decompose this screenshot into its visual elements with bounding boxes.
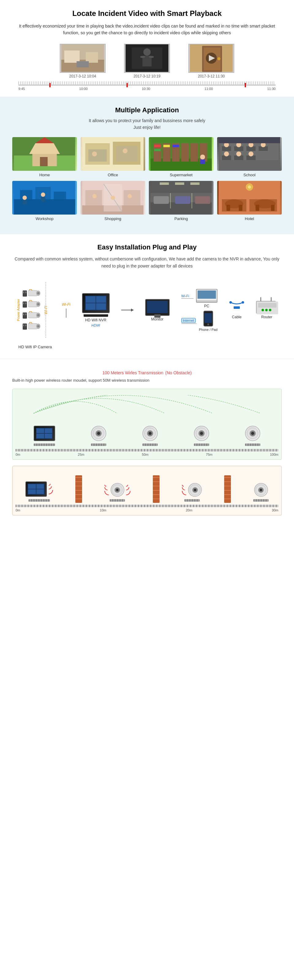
trans-cam-100-ground <box>245 444 260 446</box>
nvr-screen-inner <box>85 296 107 310</box>
cameras-label-below: HD Wifi IP Camera <box>12 344 282 350</box>
svg-point-107 <box>37 292 40 294</box>
svg-rect-111 <box>28 312 37 318</box>
obs-cam-10-arcs-right <box>126 485 131 495</box>
svg-rect-122 <box>197 300 217 302</box>
trans-title-note: (No Obstacle) <box>165 370 192 375</box>
svg-rect-28 <box>116 146 137 162</box>
tl-label-1: 10:00 <box>79 87 88 91</box>
trans-cam-50-svg <box>144 427 156 439</box>
open-label-50: 50m <box>142 453 148 457</box>
monitor-device-group: Monitor <box>145 299 170 321</box>
thumb-label-2: 2017-3-12 10:19 <box>134 74 160 78</box>
svg-point-61 <box>249 151 254 156</box>
internet-label-group: Internet <box>181 318 197 324</box>
thumb-img-3 <box>189 44 234 73</box>
obs-cam-30-svg <box>255 484 267 496</box>
apps-title: Multiple Application <box>12 106 282 114</box>
svg-rect-100 <box>239 205 243 211</box>
wifi-label-section: Wi-Fi <box>62 302 70 318</box>
svg-point-142 <box>200 432 203 435</box>
svg-point-113 <box>37 314 40 317</box>
trans-cam-75-icon <box>194 426 209 441</box>
camera-svg-2 <box>28 300 40 309</box>
obs-cam-20-icon <box>188 483 202 497</box>
obs-nvr-inner <box>27 484 45 495</box>
timeline-labels: 9:45 10:00 10:30 11:00 11:30 <box>18 87 276 91</box>
router-icon-wrap <box>256 301 278 314</box>
internet-line <box>181 323 197 324</box>
thumb-img-2 <box>124 44 170 73</box>
open-label-25: 25m <box>78 453 84 457</box>
trans-cam-50-ground <box>142 444 158 446</box>
obs-nvr-group <box>26 481 53 503</box>
obs-cam-20-svg <box>189 484 201 496</box>
marker-3 <box>245 83 246 87</box>
trans-nvr-ground <box>34 444 55 446</box>
svg-rect-101 <box>256 205 259 211</box>
svg-point-125 <box>207 323 209 325</box>
app-shopping: Shopping <box>80 181 145 221</box>
pc-device: PC <box>196 289 217 308</box>
svg-point-131 <box>265 309 268 311</box>
trans-cam-75 <box>194 426 209 447</box>
obs-cam-10-ground <box>110 499 125 502</box>
app-label-shopping: Shopping <box>104 216 121 221</box>
wall-3-group <box>224 475 231 503</box>
svg-rect-21 <box>40 157 48 166</box>
app-school: School <box>217 137 282 177</box>
svg-rect-10 <box>149 56 154 58</box>
app-label-home: Home <box>39 173 50 177</box>
trans-cam-100-svg <box>246 427 259 439</box>
nvr-cell-4 <box>96 303 106 310</box>
svg-rect-39 <box>154 145 161 147</box>
trans-nvr-c3 <box>37 434 44 438</box>
svg-point-81 <box>111 196 115 200</box>
trans-title: 100 Meters Wirles Transmission (No Obsta… <box>12 368 282 376</box>
trans-cam-50-icon <box>142 426 158 441</box>
thumb-label-3: 2017-3-12 11:30 <box>198 74 225 78</box>
svg-rect-44 <box>200 159 205 164</box>
svg-point-59 <box>236 151 241 156</box>
obstacle-meter-bar <box>16 505 278 507</box>
router-svg <box>257 301 278 314</box>
app-label-parking: Parking <box>174 216 188 221</box>
obs-nvr-c3 <box>28 489 36 494</box>
svg-rect-89 <box>175 196 190 204</box>
svg-rect-105 <box>28 290 37 296</box>
obs-nvr-icon <box>26 481 47 497</box>
svg-point-145 <box>251 432 254 435</box>
thumb-img-1 <box>60 44 105 73</box>
timeline-bar: 9:45 10:00 10:30 11:00 11:30 <box>18 81 276 91</box>
svg-rect-41 <box>163 145 170 147</box>
svg-point-80 <box>128 194 132 198</box>
wifi-label-cam: Wi-Fi <box>44 306 48 314</box>
cable-router-group: Cable <box>229 301 244 319</box>
svg-rect-99 <box>227 205 230 211</box>
nvr-base <box>84 314 108 317</box>
svg-point-130 <box>262 309 264 311</box>
router-label: Router <box>261 315 272 319</box>
open-label-75: 75m <box>206 453 212 457</box>
tl-label-0: 9:45 <box>18 87 25 91</box>
svg-rect-88 <box>154 196 169 204</box>
wall-2 <box>153 475 160 503</box>
trans-cam-25-ground <box>91 444 106 446</box>
app-parking: Parking <box>149 181 214 221</box>
apps-subtitle: It allows you to protect your family and… <box>12 117 282 131</box>
trans-cam-100 <box>245 426 260 447</box>
pc-icon <box>196 289 217 303</box>
svg-rect-3 <box>86 52 98 63</box>
obs-nvr-c1 <box>28 484 36 489</box>
svg-rect-121 <box>198 290 216 299</box>
tl-label-4: 11:30 <box>267 87 276 91</box>
svg-rect-71 <box>41 197 45 202</box>
svg-point-30 <box>123 148 128 153</box>
arrow-nvr-monitor <box>121 310 134 310</box>
app-label-supermarket: Supermarket <box>170 173 192 177</box>
pc-line: Wi-Fi <box>181 298 193 299</box>
camera-svg-4 <box>28 322 40 331</box>
install-title: Easy Installation Plug and Play <box>12 243 282 251</box>
svg-point-104 <box>248 186 251 189</box>
svg-rect-133 <box>258 303 276 308</box>
